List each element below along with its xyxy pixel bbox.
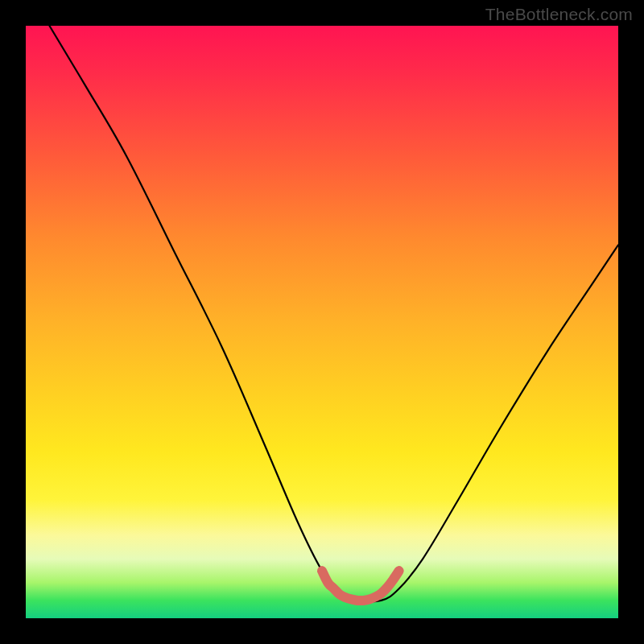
optimal-range-marker [322,571,399,601]
chart-frame: TheBottleneck.com [0,0,644,644]
bottleneck-curve [49,26,618,601]
plot-area [26,26,618,618]
curve-svg [26,26,618,618]
watermark-text: TheBottleneck.com [485,5,633,24]
